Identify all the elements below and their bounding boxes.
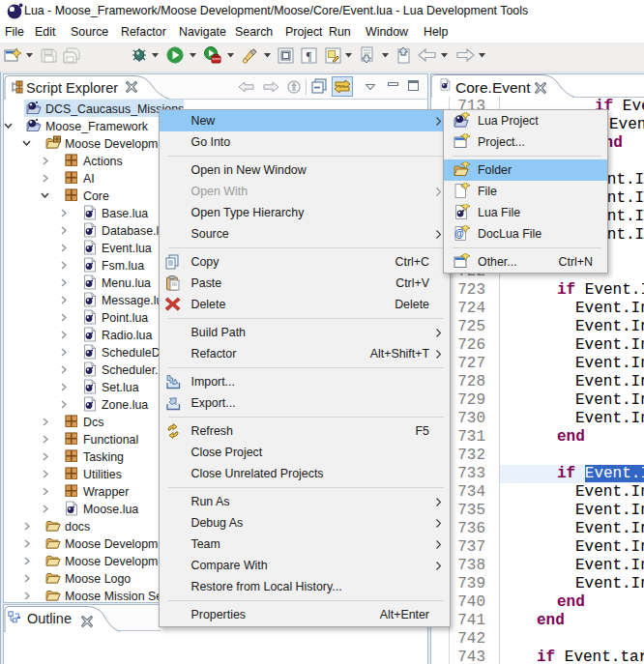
svg-text:@: @ bbox=[454, 228, 464, 239]
svg-text:¶: ¶ bbox=[307, 49, 312, 63]
